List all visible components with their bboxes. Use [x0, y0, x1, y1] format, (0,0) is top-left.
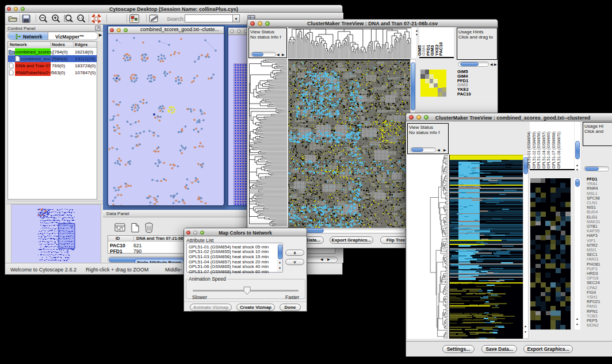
svg-text:1:1: 1:1: [78, 16, 83, 20]
